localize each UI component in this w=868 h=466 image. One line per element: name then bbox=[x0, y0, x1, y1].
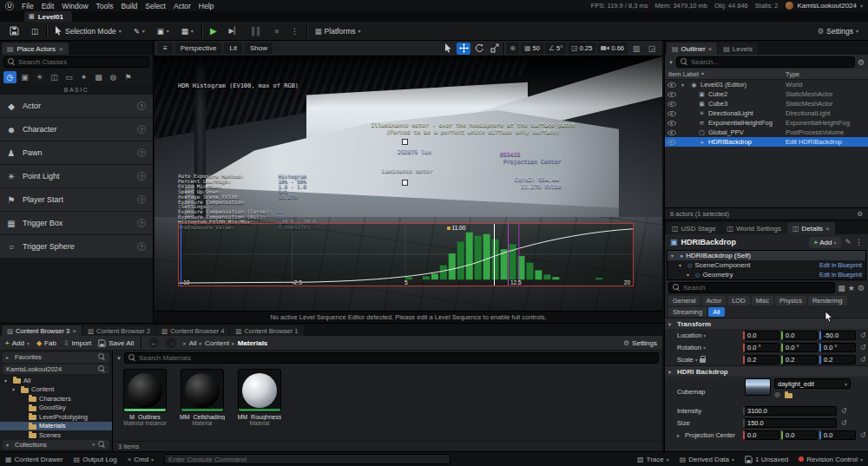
scale-y-field[interactable]: 0.2 bbox=[781, 355, 818, 364]
trace-dropdown[interactable]: ▧Trace▾ bbox=[637, 456, 669, 463]
projection-y-field[interactable]: 0.0 bbox=[781, 430, 818, 440]
actor-category-icon[interactable]: ▩ bbox=[92, 71, 105, 83]
rotate-tool-button[interactable] bbox=[472, 43, 486, 55]
place-actor-item[interactable]: ⚑ Player Start ? bbox=[0, 188, 153, 211]
filter-chip[interactable]: Streaming bbox=[668, 307, 707, 317]
hdri-backdrop-section-header[interactable]: HDRI Backdrop bbox=[665, 365, 868, 377]
actor-category-icon[interactable]: ▭ bbox=[62, 71, 76, 83]
selection-mode-dropdown[interactable]: Selection Mode ▾ bbox=[50, 24, 126, 38]
details-search-box[interactable] bbox=[668, 282, 835, 293]
scale-z-field[interactable]: 0.2 bbox=[819, 355, 856, 364]
visibility-eye-icon[interactable] bbox=[667, 90, 676, 98]
asset-tile[interactable]: MM_Roughness Material bbox=[236, 369, 283, 437]
viewport[interactable]: ≡ Perspective Lit Show ⊕ ▦50 ∠5° ◲0.25 0… bbox=[155, 41, 662, 323]
content-browser-tab[interactable]: ▥ Content Browser 2 bbox=[82, 325, 155, 336]
outliner-search-input[interactable] bbox=[691, 58, 851, 66]
pause-button[interactable]: ▌▌ bbox=[247, 24, 266, 38]
actor-category-icon[interactable]: ⚑ bbox=[122, 71, 135, 83]
location-x-field[interactable]: 0.0 bbox=[743, 331, 779, 340]
content-browser-tab[interactable]: ▥ Content Browser 1 bbox=[230, 325, 303, 336]
browse-button[interactable]: ◫ bbox=[27, 24, 43, 38]
visibility-eye-icon[interactable] bbox=[667, 81, 676, 89]
projection-z-field[interactable]: 0.0 bbox=[819, 430, 856, 440]
actor-category-icon[interactable]: ◫ bbox=[48, 71, 61, 83]
filter-icon[interactable]: ▼ bbox=[668, 60, 674, 65]
actor-category-icon[interactable]: ☀ bbox=[33, 71, 46, 83]
place-actor-item[interactable]: ○ Trigger Sphere ? bbox=[0, 235, 153, 258]
reset-projection-button[interactable]: ↺ bbox=[858, 431, 868, 439]
add-asset-button[interactable]: +Add▾ bbox=[5, 339, 30, 347]
edit-in-blueprint-link[interactable]: Edit in Blueprint bbox=[819, 272, 865, 278]
edit-blueprint-icon[interactable]: ✎ bbox=[845, 238, 852, 246]
visibility-eye-icon[interactable] bbox=[667, 100, 676, 108]
actor-category-icon[interactable]: ✦ bbox=[77, 71, 90, 83]
tab-close-icon[interactable] bbox=[825, 225, 830, 233]
surface-snap-button[interactable]: ⊕ bbox=[506, 43, 519, 54]
back-button[interactable]: ← bbox=[148, 338, 159, 348]
cmd-dropdown[interactable]: »Cmd▾ bbox=[128, 456, 154, 463]
gear-icon[interactable]: ⚙ bbox=[858, 58, 865, 67]
tab-close-icon[interactable] bbox=[59, 45, 63, 53]
filter-chip[interactable]: Actor bbox=[702, 296, 727, 305]
expander-icon[interactable] bbox=[679, 262, 685, 268]
visibility-eye-icon[interactable] bbox=[667, 138, 676, 146]
perspective-dropdown[interactable]: Perspective bbox=[175, 43, 222, 54]
breadcrumb-item[interactable]: Content bbox=[200, 339, 230, 347]
content-browser-tab[interactable]: ▥ Content Browser 3 bbox=[2, 325, 82, 336]
edit-in-blueprint-link[interactable]: Edit in Blueprint bbox=[819, 262, 865, 268]
folder-tree-item[interactable]: LevelPrototyping bbox=[0, 412, 112, 422]
output-log-button[interactable]: ▤Output Log bbox=[74, 456, 117, 463]
tab-close-icon[interactable] bbox=[708, 45, 713, 53]
3d-scene[interactable]: HDR Histogram (EV100, max of RGB) Illumi… bbox=[155, 56, 662, 311]
menu-item[interactable]: Build bbox=[121, 2, 137, 10]
filter-chip[interactable]: General bbox=[668, 296, 700, 305]
place-actor-item[interactable]: ☀ Point Light ? bbox=[0, 165, 153, 187]
save-button[interactable] bbox=[5, 24, 23, 38]
panel-tab[interactable]: ◫ World Settings bbox=[722, 222, 786, 234]
visibility-eye-icon[interactable] bbox=[667, 128, 676, 136]
search-icon[interactable] bbox=[98, 365, 106, 373]
reset-size-button[interactable]: ↺ bbox=[838, 419, 849, 427]
size-field[interactable]: 150.0 bbox=[743, 418, 837, 428]
menu-item[interactable]: Actor bbox=[174, 2, 191, 10]
filter-chip[interactable]: LOD bbox=[727, 296, 749, 305]
skip-frame-button[interactable]: ▶▏ bbox=[225, 24, 244, 38]
viewport-options-button[interactable]: ≡ bbox=[158, 43, 173, 54]
scale-label-dropdown[interactable]: Scale▾ bbox=[677, 356, 741, 364]
stop-button[interactable]: ■ bbox=[270, 24, 283, 38]
derived-data-dropdown[interactable]: ▤Derived Data▾ bbox=[680, 456, 734, 463]
console-command-box[interactable] bbox=[164, 454, 450, 464]
folder-tree-item[interactable]: Materials bbox=[0, 422, 112, 431]
visibility-eye-icon[interactable] bbox=[667, 119, 676, 127]
view-mode-dropdown[interactable]: Lit bbox=[224, 43, 241, 54]
menu-item[interactable]: Help bbox=[199, 2, 214, 10]
maximize-viewport-button[interactable]: ◲ bbox=[645, 43, 659, 55]
intensity-field[interactable]: 3100.0 bbox=[743, 406, 837, 416]
gear-icon[interactable]: ⚙ bbox=[857, 210, 863, 218]
lock-icon[interactable] bbox=[700, 358, 706, 363]
cubemap-thumbnail[interactable] bbox=[745, 378, 771, 396]
reset-rotation-button[interactable]: ↺ bbox=[858, 344, 868, 351]
column-type[interactable]: Type bbox=[786, 70, 868, 78]
place-actor-item[interactable]: ♟ Pawn ? bbox=[0, 141, 153, 164]
forward-button[interactable]: → bbox=[166, 338, 176, 348]
quick-add-dropdown[interactable]: ▣▾ bbox=[153, 24, 174, 38]
filter-chip[interactable]: All bbox=[708, 307, 724, 317]
outliner-row[interactable]: ≋ ExponentialHeightFog ExponentialHeight… bbox=[665, 118, 868, 128]
use-selected-asset-icon[interactable]: ◎ bbox=[774, 391, 780, 398]
scale-snap-control[interactable]: ◲0.25 bbox=[568, 43, 595, 54]
play-button[interactable]: ▶ bbox=[206, 24, 221, 38]
scale-tool-button[interactable] bbox=[488, 43, 502, 55]
component-row[interactable]: ● HDRIBackdrop (Self) bbox=[667, 251, 865, 260]
reset-scale-button[interactable]: ↺ bbox=[858, 356, 868, 364]
rotation-snap-control[interactable]: ∠5° bbox=[545, 43, 566, 54]
reset-intensity-button[interactable]: ↺ bbox=[838, 407, 849, 415]
folder-tree-item[interactable]: Characters bbox=[0, 394, 112, 404]
breadcrumb-item[interactable]: Materials bbox=[232, 339, 267, 347]
camera-speed-control[interactable]: 0.66 bbox=[597, 43, 628, 54]
menu-item[interactable]: Window bbox=[62, 2, 88, 10]
asset-tile[interactable]: MM_Cellshading Material bbox=[179, 369, 226, 437]
unsaved-button[interactable]: 1 Unsaved bbox=[745, 456, 788, 463]
unreal-logo-icon[interactable] bbox=[5, 2, 14, 10]
panel-tab[interactable]: ▤ Levels bbox=[718, 43, 758, 55]
